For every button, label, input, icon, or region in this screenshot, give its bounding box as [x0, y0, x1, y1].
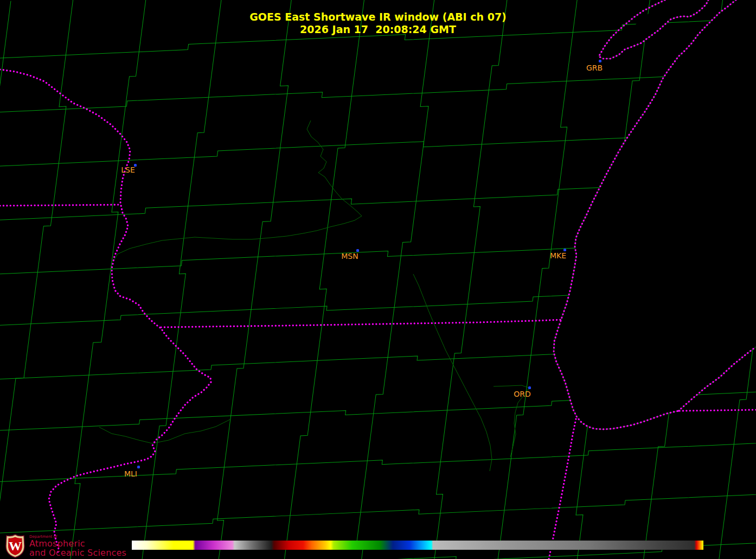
logo-name-line2: and Oceanic Sciences — [29, 549, 126, 557]
uw-monogram: W — [9, 539, 22, 553]
image-title: GOES East Shortwave IR window (ABI ch 07… — [0, 11, 756, 36]
station-dot-grb — [599, 60, 601, 62]
station-label-lse: LSE — [121, 166, 135, 174]
wisconsin-river — [113, 120, 362, 262]
station-dot-ord — [528, 386, 531, 389]
station-label-msn: MSN — [341, 252, 358, 261]
uw-aos-logo: W Department of Atmospheric and Oceanic … — [4, 534, 126, 558]
minnesota-iowa-border — [0, 205, 120, 206]
title-line-2: 2026 Jan 17 20:08:24 GMT — [0, 23, 756, 36]
indiana-michigan-border — [680, 410, 756, 411]
logo-name-line1: Atmospheric — [29, 539, 126, 548]
rock-river-mouth — [99, 420, 230, 443]
station-label-ord: ORD — [514, 390, 531, 398]
station-dot-mli — [137, 466, 140, 468]
station-label-grb: GRB — [586, 63, 603, 72]
station-label-mke: MKE — [550, 251, 566, 260]
title-line-1: GOES East Shortwave IR window (ABI ch 07… — [0, 11, 756, 23]
satellite-display: GOES East Shortwave IR window (ABI ch 07… — [0, 0, 756, 559]
lake-michigan — [554, 0, 756, 429]
map-canvas — [0, 0, 756, 559]
uw-crest-icon: W — [4, 534, 26, 558]
logo-text: Department of Atmospheric and Oceanic Sc… — [29, 535, 126, 557]
temperature-colorbar — [132, 541, 703, 550]
station-label-mli: MLI — [124, 469, 137, 478]
wisconsin-illinois-border — [161, 320, 561, 327]
illinois-indiana-border — [549, 419, 576, 559]
